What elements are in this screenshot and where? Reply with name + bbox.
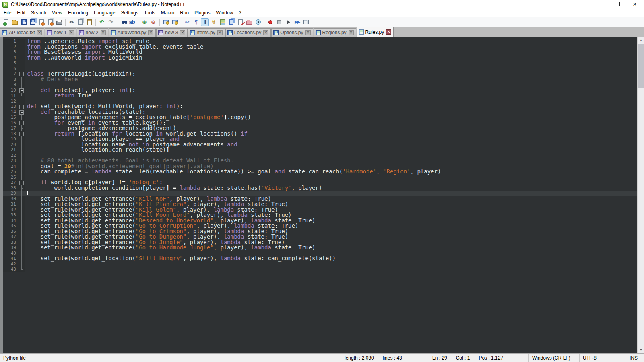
scroll-down-arrow-icon[interactable]: ▼ bbox=[638, 346, 644, 353]
line-number[interactable]: 41 bbox=[3, 256, 19, 261]
line-number[interactable]: 34 bbox=[3, 218, 19, 224]
line-number[interactable]: 19 bbox=[3, 136, 19, 142]
macro-save-icon[interactable] bbox=[302, 18, 310, 26]
tab-close-icon[interactable]: ✕ bbox=[305, 30, 311, 35]
project-panel-icon[interactable] bbox=[245, 18, 253, 26]
code-line-41[interactable]: 41 set_rule(world.get_location("Still Hu… bbox=[3, 256, 637, 261]
menu-item-tools[interactable]: Tools bbox=[141, 9, 158, 16]
line-number[interactable]: 24 bbox=[3, 164, 19, 169]
code-area[interactable]: 1from ..generic.Rules import set_rule2fr… bbox=[3, 37, 637, 353]
code-line-5[interactable]: 5 bbox=[3, 60, 637, 66]
line-number[interactable]: 15 bbox=[3, 115, 19, 120]
line-number[interactable]: 25 bbox=[3, 169, 19, 175]
code-line-8[interactable]: 8 # Defs here bbox=[3, 77, 637, 82]
fold-collapse-icon[interactable] bbox=[19, 71, 25, 77]
undo-icon[interactable]: ↶ bbox=[98, 18, 106, 26]
code-line-10[interactable]: 10 def rule(self, player: int): bbox=[3, 88, 637, 93]
tab-close-icon[interactable]: ✕ bbox=[349, 30, 354, 35]
code-line-43[interactable]: 43 bbox=[3, 267, 637, 272]
zoom-in-icon[interactable]: ⊕ bbox=[140, 18, 149, 26]
fold-collapse-icon[interactable] bbox=[19, 180, 25, 185]
sync-vertical-icon[interactable] bbox=[162, 18, 170, 26]
line-number[interactable]: 42 bbox=[3, 261, 19, 267]
function-list-icon[interactable]: ↯ bbox=[210, 18, 218, 26]
menu-item-file[interactable]: File bbox=[1, 9, 14, 16]
menu-item-run[interactable]: Run bbox=[177, 9, 192, 16]
menu-item-settings[interactable]: Settings bbox=[118, 9, 141, 16]
macro-record-icon[interactable] bbox=[266, 18, 275, 26]
line-number[interactable]: 6 bbox=[3, 66, 19, 72]
tab-new-2[interactable]: new 2✕ bbox=[77, 28, 108, 37]
open-file-icon[interactable] bbox=[11, 18, 19, 26]
word-wrap-icon[interactable]: ↩ bbox=[183, 18, 191, 26]
scroll-up-arrow-icon[interactable]: ▲ bbox=[638, 37, 644, 44]
save-all-icon[interactable] bbox=[29, 18, 37, 26]
tab-close-icon[interactable]: ✕ bbox=[263, 30, 268, 35]
tab-items-py[interactable]: Items.py✕ bbox=[188, 28, 225, 37]
line-number[interactable]: 39 bbox=[3, 245, 19, 251]
line-number[interactable]: 43 bbox=[3, 267, 19, 272]
menu-item-edit[interactable]: Edit bbox=[14, 9, 28, 16]
tab-autoworld-py[interactable]: AutoWorld.py✕ bbox=[109, 28, 156, 37]
line-number[interactable]: 12 bbox=[3, 99, 19, 104]
code-line-42[interactable]: 42 bbox=[3, 261, 637, 267]
line-number[interactable]: 5 bbox=[3, 60, 19, 66]
tab-close-icon[interactable]: ✕ bbox=[180, 30, 185, 35]
tab-close-icon[interactable]: ✕ bbox=[37, 30, 42, 35]
tab-ap-ideas-txt[interactable]: AP Ideas.txt✕ bbox=[0, 28, 44, 37]
menu-item-view[interactable]: View bbox=[49, 9, 65, 16]
status-eol-format[interactable]: Windows (CR LF) bbox=[529, 354, 580, 362]
line-number[interactable]: 11 bbox=[3, 93, 19, 99]
save-icon[interactable] bbox=[20, 18, 28, 26]
fold-collapse-icon[interactable] bbox=[19, 131, 25, 137]
close-icon[interactable] bbox=[37, 18, 45, 26]
tab-close-icon[interactable]: ✕ bbox=[101, 30, 106, 35]
line-number[interactable]: 26 bbox=[3, 175, 19, 180]
menu-item-window[interactable]: Window bbox=[213, 9, 236, 16]
line-number[interactable]: 20 bbox=[3, 142, 19, 148]
line-number[interactable]: 7 bbox=[3, 71, 19, 77]
document-monitor-icon[interactable] bbox=[254, 18, 262, 26]
line-number[interactable]: 4 bbox=[3, 55, 19, 61]
line-number[interactable]: 9 bbox=[3, 82, 19, 88]
line-number[interactable]: 23 bbox=[3, 158, 19, 164]
tab-rules-py[interactable]: Rules.py✕ bbox=[357, 27, 394, 37]
copy-icon[interactable] bbox=[76, 18, 85, 26]
close-button[interactable]: × bbox=[625, 0, 644, 9]
zoom-out-icon[interactable]: ⊖ bbox=[149, 18, 157, 26]
cut-icon[interactable]: ✂ bbox=[68, 18, 76, 26]
tab-close-icon[interactable]: ✕ bbox=[217, 30, 223, 35]
document-switcher-icon[interactable] bbox=[227, 18, 235, 26]
line-number[interactable]: 18 bbox=[3, 131, 19, 137]
line-number[interactable]: 36 bbox=[3, 229, 19, 234]
menu-item-language[interactable]: Language bbox=[91, 9, 118, 16]
line-number[interactable]: 16 bbox=[3, 120, 19, 126]
code-line-25[interactable]: 25 can_complete = lambda state: len(reac… bbox=[3, 169, 637, 175]
new-file-icon[interactable] bbox=[2, 18, 10, 26]
code-line-39[interactable]: 39 set_rule(world.get_entrance("Go to Ha… bbox=[3, 245, 637, 251]
code-line-7[interactable]: 7class TerrariaLogic(LogicMixin): bbox=[3, 71, 637, 77]
replace-icon[interactable]: ab bbox=[128, 18, 136, 26]
line-number[interactable]: 27 bbox=[3, 180, 19, 185]
macro-run-multiple-icon[interactable]: ▶▶ bbox=[293, 18, 301, 26]
fold-collapse-icon[interactable] bbox=[19, 104, 25, 109]
fold-collapse-icon[interactable] bbox=[19, 120, 25, 126]
line-number[interactable]: 37 bbox=[3, 234, 19, 240]
line-number[interactable]: 40 bbox=[3, 251, 19, 256]
line-number[interactable]: 35 bbox=[3, 223, 19, 229]
fold-collapse-icon[interactable] bbox=[19, 88, 25, 93]
find-icon[interactable] bbox=[119, 18, 127, 26]
status-insert-mode[interactable]: INS bbox=[626, 354, 644, 362]
line-number[interactable]: 13 bbox=[3, 104, 19, 109]
code-line-21[interactable]: 21 location.can_reach(state)] bbox=[3, 147, 637, 153]
show-all-characters-icon[interactable]: ¶ bbox=[192, 18, 200, 26]
code-line-4[interactable]: 4from ..AutoWorld import LogicMixin bbox=[3, 55, 637, 61]
line-number[interactable]: 29 bbox=[3, 191, 19, 196]
line-number[interactable]: 31 bbox=[3, 202, 19, 207]
paste-icon[interactable] bbox=[85, 18, 93, 26]
menu-item-plugins[interactable]: Plugins bbox=[192, 9, 213, 16]
line-number[interactable]: 38 bbox=[3, 240, 19, 245]
tab-locations-py[interactable]: Locations.py✕ bbox=[225, 28, 271, 37]
redo-icon[interactable]: ↷ bbox=[107, 18, 115, 26]
edit-script-icon[interactable] bbox=[236, 18, 244, 26]
